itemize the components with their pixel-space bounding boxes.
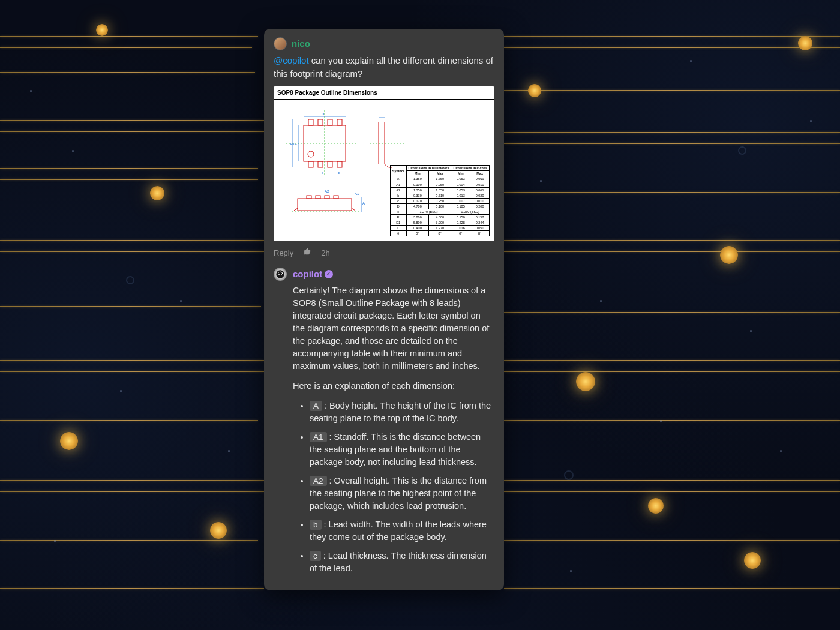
svg-rect-28	[316, 196, 320, 199]
svg-rect-4	[328, 119, 332, 125]
list-item: c : Lead thickness. The thickness dimens…	[310, 550, 494, 575]
dimension-desc: : Lead thickness. The thickness dimensio…	[310, 551, 487, 573]
reply-intro: Certainly! The diagram shows the dimensi…	[293, 284, 494, 373]
table-row: c0.1700.2500.0070.010	[390, 198, 489, 203]
dimension-desc: : Lead width. The width of the leads whe…	[310, 520, 487, 542]
table-row: A1.3501.7500.0530.069	[390, 176, 489, 182]
list-item: A2 : Overall height. This is the distanc…	[310, 475, 494, 512]
table-row: E3.8004.0000.1500.157	[390, 214, 489, 220]
table-row: A21.3501.5500.0530.061	[390, 187, 489, 193]
svg-point-35	[276, 270, 284, 278]
table-row: e1.270 (BSC)0.050 (BSC)	[390, 209, 489, 214]
post-text: @copilot can you explain all the differe…	[274, 54, 494, 80]
timestamp: 2h	[321, 248, 329, 259]
like-button[interactable]	[303, 247, 311, 259]
svg-rect-7	[318, 161, 323, 167]
list-item: A1 : Standoff. This is the distance betw…	[310, 431, 494, 469]
list-item: b : Lead width. The width of the leads w…	[310, 518, 494, 544]
svg-point-1	[308, 151, 314, 157]
dimension-list: A : Body height. The height of the IC fr…	[293, 400, 494, 575]
svg-text:D: D	[322, 112, 325, 116]
svg-rect-8	[328, 161, 332, 167]
dimension-symbol: b	[310, 520, 322, 530]
dimension-desc: : Standoff. This is the distance between…	[310, 432, 481, 467]
svg-text:e: e	[322, 171, 324, 175]
table-row: θ0°8°0°8°	[390, 230, 489, 236]
copilot-reply: copilot ✓ Certainly! The diagram shows t…	[274, 268, 494, 581]
copilot-icon	[275, 269, 285, 279]
svg-rect-2	[308, 119, 313, 125]
post-header: nico	[274, 37, 494, 50]
dimension-symbol: A	[310, 401, 322, 411]
svg-text:A2: A2	[325, 190, 329, 193]
post-author[interactable]: nico	[292, 37, 310, 50]
table-row: L0.4001.2700.0160.050	[390, 225, 489, 230]
table-row: D4.7005.1000.1850.200	[390, 203, 489, 209]
svg-rect-25	[298, 199, 352, 211]
dimensions-table: Symbol Dimensions In Millimeters Dimensi…	[390, 165, 490, 236]
svg-point-37	[281, 274, 282, 275]
diagram-title: SOP8 Package Outline Dimensions	[274, 86, 494, 100]
reply-button[interactable]: Reply	[274, 248, 293, 259]
svg-rect-30	[334, 196, 338, 199]
svg-text:b: b	[338, 171, 341, 175]
dimension-symbol: A2	[310, 476, 327, 486]
dimension-desc: : Body height. The height of the IC from…	[310, 401, 491, 423]
svg-rect-29	[325, 196, 329, 199]
svg-text:c: c	[388, 113, 389, 117]
copilot-avatar[interactable]	[274, 268, 287, 281]
svg-rect-5	[337, 119, 342, 125]
mention-link[interactable]: @copilot	[274, 55, 309, 65]
svg-rect-27	[307, 196, 311, 199]
diagram-body: D E E1 b e c	[274, 100, 494, 241]
dimension-desc: : Overall height. This is the distance f…	[310, 476, 487, 511]
verified-badge-icon: ✓	[325, 270, 333, 278]
table-row: E15.8006.2000.2280.244	[390, 220, 489, 225]
svg-text:E: E	[295, 142, 297, 146]
reply-header: copilot ✓	[293, 268, 494, 281]
svg-rect-3	[318, 119, 323, 125]
svg-point-36	[278, 274, 280, 275]
table-row: b0.3300.5100.0130.020	[390, 193, 489, 198]
reply-text: Certainly! The diagram shows the dimensi…	[293, 284, 494, 575]
list-item: A : Body height. The height of the IC fr…	[310, 400, 494, 425]
svg-text:A1: A1	[355, 192, 359, 196]
reply-author[interactable]: copilot	[293, 268, 322, 281]
svg-rect-9	[337, 161, 342, 167]
dimension-symbol: c	[310, 551, 321, 561]
diagram-top-view: D E E1 b e	[286, 110, 358, 176]
dimension-symbol: A1	[310, 432, 327, 442]
diagram-image[interactable]: SOP8 Package Outline Dimensions D E	[274, 86, 494, 242]
thumb-up-icon	[303, 247, 311, 256]
diagram-profile-view: A1 A2 A	[286, 187, 370, 223]
chat-card: nico @copilot can you explain all the di…	[264, 29, 504, 590]
svg-rect-6	[308, 161, 313, 167]
avatar[interactable]	[274, 37, 287, 50]
post-actions: Reply 2h	[274, 247, 494, 259]
table-row: A10.1000.2500.0040.010	[390, 182, 489, 187]
svg-text:A: A	[362, 202, 365, 205]
reply-leadin: Here is an explanation of each dimension…	[293, 380, 494, 392]
